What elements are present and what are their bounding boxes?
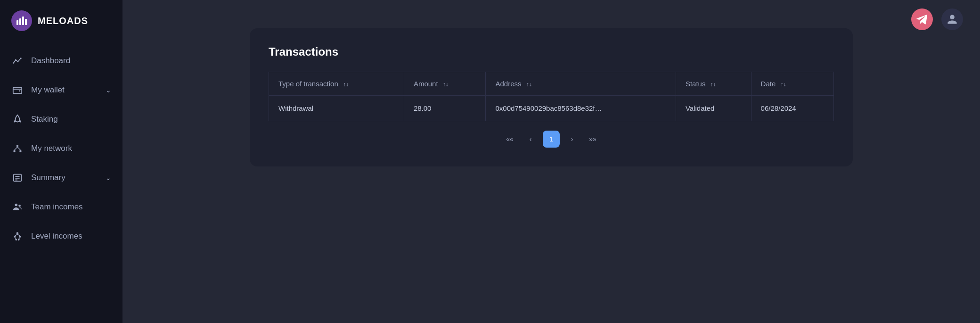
sidebar-item-level-incomes[interactable]: Level incomes — [0, 222, 122, 251]
transactions-title: Transactions — [269, 45, 834, 58]
col-status[interactable]: Status ↑↓ — [676, 72, 751, 96]
last-page-button[interactable]: »» — [584, 131, 601, 148]
sidebar-item-team-incomes[interactable]: Team incomes — [0, 192, 122, 222]
sidebar-item-staking-label: Staking — [31, 115, 111, 124]
sidebar: MELOADS Dashboard — [0, 0, 122, 323]
sidebar-nav: Dashboard My wallet ⌄ — [0, 41, 122, 323]
first-page-button[interactable]: «« — [501, 131, 518, 148]
col-amount[interactable]: Amount ↑↓ — [404, 72, 486, 96]
col-type[interactable]: Type of transaction ↑↓ — [269, 72, 404, 96]
svg-line-28 — [19, 238, 20, 239]
svg-point-20 — [16, 232, 19, 234]
cell-amount: 28.00 — [404, 96, 486, 121]
svg-point-9 — [16, 145, 19, 147]
cell-date: 06/28/2024 — [751, 96, 833, 121]
sidebar-item-team-label: Team incomes — [31, 202, 111, 212]
svg-point-19 — [18, 205, 21, 207]
svg-rect-1 — [19, 18, 21, 25]
table-row: Withdrawal 28.00 0x00d75490029bac8563d8e… — [269, 96, 834, 121]
svg-point-22 — [19, 236, 21, 238]
telegram-button[interactable] — [911, 8, 933, 30]
list-icon — [11, 172, 24, 184]
svg-line-13 — [17, 147, 20, 150]
svg-point-23 — [15, 239, 17, 241]
main-content: Transactions Type of transaction ↑↓ Amou… — [122, 0, 980, 323]
svg-point-5 — [17, 61, 19, 62]
col-address[interactable]: Address ↑↓ — [486, 72, 676, 96]
sort-date-icon: ↑↓ — [780, 81, 786, 88]
svg-line-26 — [17, 234, 20, 236]
sidebar-item-summary-label: Summary — [31, 173, 98, 182]
cell-type: Withdrawal — [269, 96, 404, 121]
transactions-card: Transactions Type of transaction ↑↓ Amou… — [250, 28, 853, 166]
cell-status: Validated — [676, 96, 751, 121]
cell-address: 0x00d75490029bac8563d8e32f… — [486, 96, 676, 121]
rocket-icon — [11, 113, 24, 125]
svg-point-24 — [18, 239, 20, 241]
svg-point-4 — [15, 59, 16, 61]
svg-point-18 — [15, 204, 18, 207]
sidebar-item-dashboard-label: Dashboard — [31, 56, 111, 66]
wallet-icon — [11, 84, 24, 96]
sidebar-item-level-label: Level incomes — [31, 232, 111, 241]
col-address-label: Address — [495, 80, 521, 88]
network-icon — [11, 142, 24, 155]
team-icon — [11, 201, 24, 213]
transactions-table: Type of transaction ↑↓ Amount ↑↓ Address… — [269, 72, 834, 121]
svg-rect-0 — [16, 20, 18, 25]
svg-point-11 — [19, 150, 22, 152]
topbar-icons — [911, 8, 963, 30]
col-status-label: Status — [686, 80, 706, 88]
logo-icon — [11, 10, 32, 31]
sidebar-item-my-wallet[interactable]: My wallet ⌄ — [0, 75, 122, 105]
svg-line-12 — [15, 147, 17, 150]
svg-line-27 — [15, 238, 16, 239]
svg-rect-2 — [22, 17, 24, 25]
svg-point-10 — [13, 150, 16, 152]
svg-point-21 — [14, 236, 16, 238]
svg-point-6 — [20, 58, 22, 59]
sidebar-header: MELOADS — [0, 0, 122, 41]
sidebar-item-staking[interactable]: Staking — [0, 105, 122, 134]
sidebar-item-dashboard[interactable]: Dashboard — [0, 46, 122, 75]
chart-icon — [11, 55, 24, 67]
svg-point-8 — [19, 90, 20, 91]
logo-text: MELOADS — [38, 16, 88, 26]
sort-amount-icon: ↑↓ — [443, 81, 449, 88]
sort-address-icon: ↑↓ — [526, 81, 532, 88]
page-1-button[interactable]: 1 — [543, 131, 560, 148]
col-amount-label: Amount — [414, 80, 438, 88]
prev-page-button[interactable]: ‹ — [522, 131, 539, 148]
wallet-chevron-icon: ⌄ — [106, 86, 111, 94]
sidebar-item-my-network[interactable]: My network — [0, 134, 122, 163]
summary-chevron-icon: ⌄ — [106, 174, 111, 182]
sidebar-item-network-label: My network — [31, 144, 111, 153]
svg-rect-7 — [13, 88, 22, 94]
sidebar-item-wallet-label: My wallet — [31, 85, 98, 95]
next-page-button[interactable]: › — [564, 131, 580, 148]
col-date[interactable]: Date ↑↓ — [751, 72, 833, 96]
sidebar-item-summary[interactable]: Summary ⌄ — [0, 163, 122, 192]
sort-status-icon: ↑↓ — [710, 81, 716, 88]
sort-type-icon: ↑↓ — [343, 81, 349, 88]
level-icon — [11, 230, 24, 242]
user-profile-button[interactable] — [941, 8, 963, 30]
svg-line-25 — [15, 234, 18, 236]
col-type-label: Type of transaction — [278, 80, 338, 88]
svg-rect-3 — [25, 19, 27, 25]
pagination: «« ‹ 1 › »» — [269, 121, 834, 149]
col-date-label: Date — [761, 80, 776, 88]
